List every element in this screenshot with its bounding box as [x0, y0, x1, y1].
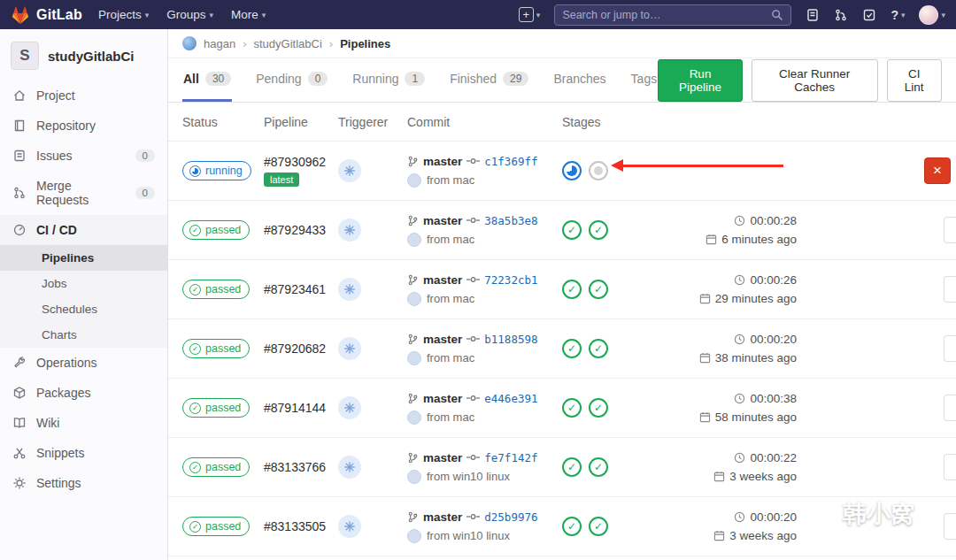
stage-passed-icon[interactable]: ✓: [562, 339, 582, 358]
help-menu[interactable]: ? ▾: [890, 8, 905, 22]
status-badge[interactable]: ✓ passed: [182, 339, 250, 358]
pipeline-link[interactable]: #83133505: [264, 519, 326, 533]
gitlab-logo[interactable]: GitLab: [11, 5, 82, 25]
row-actions-cutoff-button[interactable]: [944, 513, 956, 540]
sidebar-item-issues[interactable]: Issues 0: [0, 141, 167, 171]
pipeline-link[interactable]: #87929433: [264, 223, 326, 237]
stage-passed-icon[interactable]: ✓: [562, 280, 582, 299]
triggerer-avatar[interactable]: [338, 515, 361, 538]
sidebar-item-merge-requests[interactable]: Merge Requests 0: [0, 171, 167, 215]
tab-running[interactable]: Running 1: [351, 58, 426, 102]
commit-sha-link[interactable]: 38a5b3e8: [484, 214, 537, 227]
branch-link[interactable]: master: [423, 333, 462, 346]
project-sidebar: S studyGitlabCi Project Repository Issue…: [0, 29, 168, 560]
stage-passed-icon[interactable]: ✓: [562, 517, 582, 536]
pipeline-link[interactable]: #87914144: [264, 401, 326, 415]
status-badge[interactable]: ✓ passed: [182, 517, 250, 536]
nav-more[interactable]: More ▾: [231, 8, 266, 21]
branch-link[interactable]: master: [423, 214, 462, 227]
stage-passed-icon[interactable]: ✓: [562, 220, 582, 240]
tab-finished[interactable]: Finished 29: [449, 58, 529, 102]
sidebar-item-jobs[interactable]: Jobs: [0, 271, 167, 296]
triggerer-avatar[interactable]: [338, 337, 361, 360]
search-input[interactable]: [562, 9, 771, 21]
stage-passed-icon[interactable]: ✓: [589, 398, 608, 418]
pipeline-link[interactable]: #87920682: [264, 341, 326, 356]
user-menu[interactable]: ▾: [919, 5, 945, 25]
breadcrumb-item[interactable]: studyGitlabCi: [254, 37, 322, 50]
triggerer-avatar[interactable]: [338, 159, 361, 182]
sidebar-item-charts[interactable]: Charts: [0, 322, 167, 348]
project-name[interactable]: studyGitlabCi: [48, 49, 135, 64]
todos-icon[interactable]: [862, 8, 876, 22]
row-actions-cutoff-button[interactable]: [944, 454, 956, 480]
nav-groups[interactable]: Groups ▾: [166, 8, 213, 21]
sidebar-item-pipelines[interactable]: Pipelines: [0, 245, 167, 271]
stage-passed-icon[interactable]: ✓: [589, 517, 608, 536]
status-badge[interactable]: ✓ passed: [182, 220, 250, 240]
status-badge[interactable]: ✓ passed: [182, 457, 250, 477]
chevron-down-icon: ▾: [536, 11, 541, 19]
branch-link[interactable]: master: [423, 510, 462, 524]
cancel-pipeline-button[interactable]: ×: [924, 157, 951, 184]
triggerer-avatar[interactable]: [338, 219, 361, 242]
stage-created-icon[interactable]: [589, 161, 608, 180]
status-badge[interactable]: ✓ passed: [182, 398, 250, 418]
stage-running-icon[interactable]: [562, 161, 582, 180]
status-badge[interactable]: running: [182, 161, 251, 180]
sidebar-item-settings[interactable]: Settings: [0, 468, 167, 498]
sidebar-item-repository[interactable]: Repository: [0, 111, 167, 141]
branch-link[interactable]: master: [423, 273, 462, 287]
ci-lint-button[interactable]: CI Lint: [887, 59, 942, 102]
branch-link[interactable]: master: [423, 392, 462, 405]
sidebar-item-schedules[interactable]: Schedules: [0, 296, 167, 322]
branch-icon: [407, 156, 419, 167]
stage-passed-icon[interactable]: ✓: [589, 220, 608, 240]
new-dropdown[interactable]: + ▾: [519, 7, 541, 22]
merge-requests-icon[interactable]: [834, 8, 848, 22]
issues-list-icon: [12, 149, 27, 163]
status-badge[interactable]: ✓ passed: [182, 280, 250, 299]
stage-passed-icon[interactable]: ✓: [562, 398, 582, 418]
commit-sha-link[interactable]: d25b9976: [484, 510, 537, 524]
triggerer-avatar[interactable]: [338, 456, 361, 479]
sidebar-item-snippets[interactable]: Snippets: [0, 438, 167, 468]
commit-sha-link[interactable]: e446e391: [484, 392, 537, 405]
clear-runner-caches-button[interactable]: Clear Runner Caches: [752, 59, 878, 102]
branch-link[interactable]: master: [423, 451, 462, 464]
row-actions-cutoff-button[interactable]: [944, 395, 956, 421]
commit-sha-link[interactable]: c1f369ff: [484, 155, 537, 168]
pipeline-link[interactable]: #87930962: [264, 155, 326, 169]
pipeline-link[interactable]: #87923461: [264, 282, 326, 296]
stage-passed-icon[interactable]: ✓: [562, 457, 582, 477]
sidebar-item-wiki[interactable]: Wiki: [0, 408, 167, 438]
sidebar-item-project[interactable]: Project: [0, 81, 167, 111]
sidebar-item-packages[interactable]: Packages: [0, 378, 167, 408]
sidebar-item-operations[interactable]: Operations: [0, 348, 167, 378]
commit-sha-link[interactable]: b1188598: [484, 333, 537, 346]
stage-passed-icon[interactable]: ✓: [589, 457, 608, 477]
row-actions-cutoff-button[interactable]: [944, 335, 956, 362]
status-label: passed: [205, 461, 241, 473]
stage-passed-icon[interactable]: ✓: [589, 280, 608, 299]
tab-tags[interactable]: Tags: [630, 58, 659, 102]
breadcrumb-item[interactable]: hagan: [204, 37, 235, 50]
nav-projects[interactable]: Projects ▾: [98, 8, 149, 21]
run-pipeline-button[interactable]: Run Pipeline: [658, 59, 743, 102]
triggerer-avatar[interactable]: [338, 278, 361, 301]
branch-link[interactable]: master: [423, 155, 462, 168]
row-actions-cutoff-button[interactable]: [944, 217, 956, 243]
row-actions-cutoff-button[interactable]: [944, 276, 956, 303]
sidebar-item-cicd[interactable]: CI / CD: [0, 215, 167, 245]
tab-all[interactable]: All 30: [182, 58, 232, 102]
commit-sha-link[interactable]: 72232cb1: [484, 273, 537, 287]
project-avatar[interactable]: S: [11, 42, 39, 70]
pipeline-row: ✓ passed #87914144 master: [168, 379, 956, 438]
issues-icon[interactable]: [806, 8, 820, 22]
stage-passed-icon[interactable]: ✓: [589, 339, 608, 358]
tab-branches[interactable]: Branches: [552, 58, 606, 102]
commit-sha-link[interactable]: fe7f142f: [484, 451, 537, 464]
triggerer-avatar[interactable]: [338, 396, 361, 419]
tab-pending[interactable]: Pending 0: [255, 58, 328, 102]
pipeline-link[interactable]: #83133766: [264, 460, 326, 474]
